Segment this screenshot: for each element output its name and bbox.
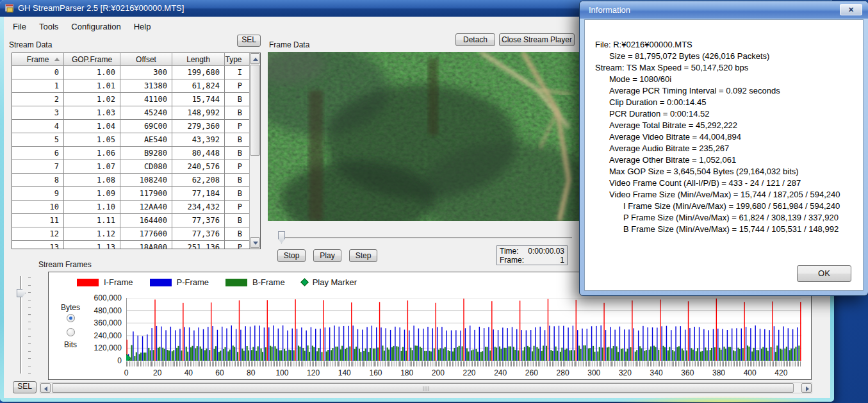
grip-icon <box>423 386 429 391</box>
table-cell: 1.05 <box>64 133 120 147</box>
table-row[interactable]: 41.0469C00279,360P <box>12 120 260 133</box>
table-row[interactable]: 31.0345240148,992B <box>12 106 260 120</box>
table-cell: B <box>225 106 250 120</box>
table-cell: 1.04 <box>64 120 120 133</box>
info-line: Average Video Bitrate = 44,004,894 <box>585 131 863 143</box>
table-cell: CD080 <box>120 160 172 174</box>
x-tick-label: 80 <box>247 368 255 377</box>
zoom-trackbar[interactable] <box>13 271 33 379</box>
stream-table-header: FrameGOP.FrameOffsetLengthType <box>12 53 260 66</box>
table-cell: 1.02 <box>64 93 120 106</box>
column-header-offset[interactable]: Offset <box>120 53 172 66</box>
step-button[interactable]: Step <box>349 249 377 262</box>
stop-button[interactable]: Stop <box>277 249 306 262</box>
close-icon[interactable]: ✕ <box>840 4 862 15</box>
seek-thumb[interactable] <box>278 231 285 243</box>
table-cell: 1.03 <box>64 106 120 120</box>
dialog-content: File: R:¥0216¥00000.MTSSize = 81,795,072… <box>584 19 864 291</box>
scroll-down-button[interactable] <box>250 237 260 248</box>
dialog-titlebar[interactable]: Information ✕ <box>580 1 868 19</box>
table-row[interactable]: 101.1012AA40234,432P <box>12 201 260 214</box>
close-stream-player-button[interactable]: Close Stream Player <box>499 33 575 46</box>
arrow-down-icon <box>253 242 258 245</box>
menu-help[interactable]: Help <box>127 19 158 34</box>
x-tick-label: 420 <box>774 368 787 377</box>
info-line: Video Frame Count (All-I/P/B) = 433 - 24… <box>585 177 863 189</box>
menu-file[interactable]: File <box>6 19 33 34</box>
frame-label: Frame: <box>500 256 524 265</box>
window-title: GH StreamParser 2.5 [R:¥0216¥00000.MTS] <box>18 0 184 17</box>
info-line: Video Frame Size (Min/Ave/Max) = 15,744 … <box>585 189 863 201</box>
table-row[interactable]: 61.06B928080,448B <box>12 147 260 160</box>
table-cell: 12 <box>12 227 64 241</box>
frame-data-label: Frame Data <box>269 40 309 49</box>
menu-tools[interactable]: Tools <box>33 19 65 34</box>
x-tick-label: 180 <box>400 368 413 377</box>
table-cell: B9280 <box>120 147 172 160</box>
x-tick-label: 220 <box>463 368 476 377</box>
table-cell: 1.06 <box>64 147 120 160</box>
legend-item: P-Frame <box>150 277 209 287</box>
legend-label: I-Frame <box>104 277 133 287</box>
time-frame-box: Time: 0:00:00.03 Frame: 1 <box>496 245 568 265</box>
column-header-type[interactable]: Type <box>225 53 250 66</box>
seek-slider[interactable] <box>274 229 577 245</box>
scroll-up-button[interactable] <box>250 53 260 64</box>
information-dialog: Information ✕ File: R:¥0216¥00000.MTSSiz… <box>580 1 868 295</box>
table-cell: B <box>225 214 250 227</box>
table-cell: P <box>225 120 250 133</box>
table-row[interactable]: 111.1116440077,376B <box>12 214 260 227</box>
table-cell: 4 <box>12 120 64 133</box>
table-cell: B <box>225 147 250 160</box>
dialog-title: Information <box>589 1 630 19</box>
table-cell: 61,824 <box>172 79 225 93</box>
info-line: Clip Duration = 0:00:14.45 <box>585 97 863 108</box>
bits-radio[interactable] <box>67 328 75 336</box>
table-row[interactable]: 81.0810824062,208B <box>12 174 260 187</box>
chart-plot-area[interactable] <box>126 298 801 361</box>
table-scrollbar[interactable] <box>249 53 260 249</box>
table-row[interactable]: 11.013138061,824P <box>12 79 260 93</box>
table-row[interactable]: 121.1217760077,376B <box>12 227 260 241</box>
table-cell: 251,136 <box>172 241 225 249</box>
table-row[interactable]: 71.07CD080240,576P <box>12 160 260 174</box>
stream-data-sel-button[interactable]: SEL <box>237 35 261 47</box>
table-cell: 31380 <box>120 79 172 93</box>
column-header-length[interactable]: Length <box>172 53 225 66</box>
table-row[interactable]: 21.024110015,744B <box>12 93 260 106</box>
menu-configuration[interactable]: Configuration <box>65 19 127 34</box>
table-row[interactable]: 91.0911790077,184B <box>12 187 260 201</box>
legend-item: I-Frame <box>77 277 133 287</box>
column-header-frame[interactable]: Frame <box>12 53 64 66</box>
seek-track[interactable] <box>280 237 572 239</box>
frame-value: 1 <box>560 256 564 265</box>
table-scroll-thumb[interactable] <box>250 65 260 156</box>
legend-swatch <box>150 279 172 286</box>
chart-horizontal-scrollbar[interactable] <box>40 382 812 393</box>
info-line: File: R:¥0216¥00000.MTS <box>585 39 863 51</box>
scroll-left-button[interactable] <box>40 383 51 393</box>
table-cell: 1.01 <box>64 79 120 93</box>
trackbar-thumb[interactable] <box>17 289 26 297</box>
column-header-gopframe[interactable]: GOP.Frame <box>64 53 120 66</box>
arrow-right-icon <box>806 386 809 391</box>
table-cell: AE540 <box>120 133 172 147</box>
table-row[interactable]: 01.00300199,680I <box>12 66 260 79</box>
stream-frames-sel-button[interactable]: SEL <box>13 381 37 393</box>
info-line: Average Audio Bitrate = 235,267 <box>585 143 863 154</box>
bytes-radio[interactable] <box>67 314 75 322</box>
taskbar-glow <box>615 396 826 402</box>
table-row[interactable]: 131.1318A800251,136P <box>12 241 260 249</box>
play-button[interactable]: Play <box>313 249 341 262</box>
table-row[interactable]: 51.05AE54043,392B <box>12 133 260 147</box>
detach-button[interactable]: Detach <box>455 33 495 46</box>
ok-button[interactable]: OK <box>797 265 851 282</box>
legend-swatch <box>77 279 99 286</box>
menu-bar: FileToolsConfigurationHelp <box>6 19 157 33</box>
chart-legend: I-FrameP-FrameB-FramePlay Marker <box>77 277 357 287</box>
x-tick-label: 40 <box>184 368 193 377</box>
chart-scroll-thumb[interactable] <box>52 383 794 393</box>
table-cell: 1.10 <box>64 201 120 214</box>
x-tick-label: 140 <box>338 368 351 377</box>
scroll-right-button[interactable] <box>801 383 812 393</box>
